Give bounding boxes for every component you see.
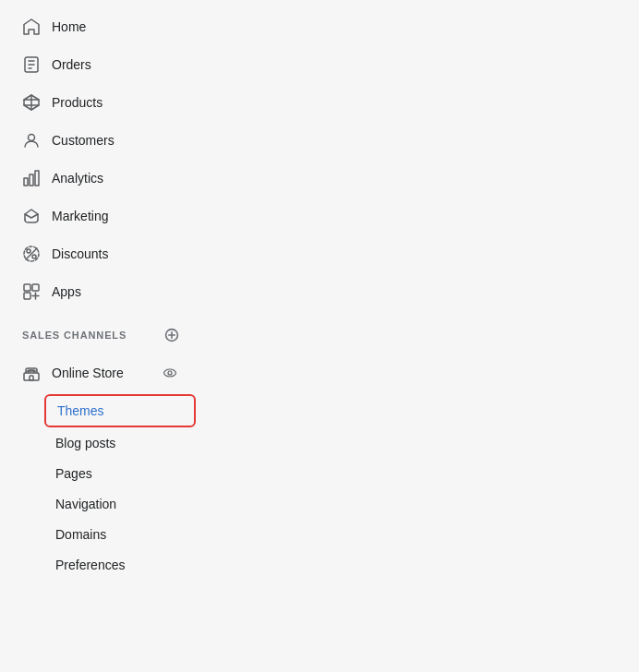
- svg-rect-10: [30, 174, 33, 186]
- sidebar-item-label: Analytics: [52, 171, 103, 186]
- add-sales-channel-button[interactable]: [163, 326, 181, 344]
- products-icon: [22, 93, 41, 112]
- sidebar-item-home[interactable]: Home: [7, 8, 196, 45]
- svg-rect-18: [24, 293, 30, 299]
- sidebar: Home Orders Products Customers Analytics…: [0, 0, 203, 672]
- analytics-icon: [22, 169, 41, 187]
- svg-rect-17: [32, 284, 39, 291]
- subnav-item-label: Themes: [57, 403, 104, 418]
- sidebar-item-label: Customers: [52, 133, 115, 148]
- sidebar-item-apps[interactable]: Apps: [7, 273, 196, 310]
- subnav-item-label: Navigation: [55, 497, 116, 511]
- online-store-icon: [22, 364, 41, 382]
- svg-point-8: [29, 135, 35, 141]
- sidebar-item-label: Marketing: [52, 209, 108, 223]
- svg-rect-11: [35, 171, 39, 186]
- svg-point-12: [27, 249, 30, 253]
- sidebar-item-label: Orders: [52, 57, 91, 72]
- sidebar-item-label: Home: [52, 19, 86, 34]
- subnav-item-label: Pages: [55, 466, 92, 481]
- subnav-item-themes[interactable]: Themes: [44, 394, 196, 427]
- discounts-icon: [22, 245, 41, 263]
- sidebar-item-analytics[interactable]: Analytics: [7, 160, 196, 197]
- sidebar-item-label: Apps: [52, 284, 81, 299]
- subnav-item-pages[interactable]: Pages: [44, 459, 196, 488]
- subnav-item-preferences[interactable]: Preferences: [44, 550, 196, 580]
- sidebar-item-label: Discounts: [52, 246, 108, 261]
- sidebar-item-label: Products: [52, 95, 102, 110]
- home-icon: [22, 18, 41, 36]
- sidebar-item-discounts[interactable]: Discounts: [7, 235, 196, 272]
- online-store-label: Online Store: [52, 366, 124, 380]
- sidebar-item-marketing[interactable]: Marketing: [7, 198, 196, 234]
- online-store-left: Online Store: [22, 364, 124, 382]
- svg-rect-25: [30, 376, 33, 380]
- subnav-item-blog-posts[interactable]: Blog posts: [44, 428, 196, 458]
- sidebar-item-customers[interactable]: Customers: [7, 122, 196, 159]
- sales-channels-header: SALES CHANNELS: [7, 311, 196, 352]
- subnav-item-label: Domains: [55, 527, 106, 542]
- svg-point-26: [164, 369, 176, 377]
- sidebar-item-products[interactable]: Products: [7, 84, 196, 121]
- sales-channels-label: SALES CHANNELS: [22, 330, 127, 341]
- marketing-icon: [22, 207, 41, 225]
- svg-rect-9: [24, 178, 28, 186]
- sidebar-item-orders[interactable]: Orders: [7, 46, 196, 83]
- view-store-button[interactable]: [159, 362, 181, 384]
- customers-icon: [22, 131, 41, 150]
- orders-icon: [22, 55, 41, 74]
- subnav-item-label: Blog posts: [55, 436, 115, 450]
- svg-rect-24: [24, 373, 39, 380]
- subnav-item-navigation[interactable]: Navigation: [44, 489, 196, 519]
- online-store-subnav: Themes Blog posts Pages Navigation Domai…: [44, 394, 196, 580]
- subnav-item-domains[interactable]: Domains: [44, 520, 196, 549]
- subnav-item-label: Preferences: [55, 558, 125, 572]
- svg-point-27: [168, 371, 172, 375]
- apps-icon: [22, 282, 41, 301]
- svg-rect-16: [24, 284, 30, 291]
- svg-point-13: [32, 255, 36, 258]
- sidebar-item-online-store[interactable]: Online Store: [7, 353, 196, 393]
